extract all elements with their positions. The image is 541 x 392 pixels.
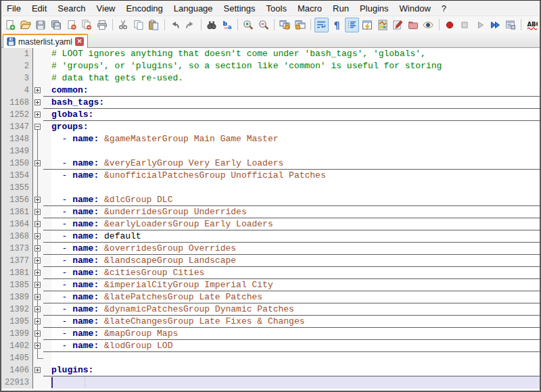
fold-toggle-icon[interactable] <box>34 124 41 130</box>
line-number[interactable]: 1350 <box>1 157 33 170</box>
fold-margin[interactable] <box>33 48 51 60</box>
code-text[interactable]: # LOOT ignores anything that doesn't com… <box>51 48 540 60</box>
fold-toggle-icon[interactable] <box>34 343 41 349</box>
menu-window[interactable]: Window <box>394 1 436 16</box>
fold-margin[interactable] <box>33 109 51 121</box>
toolbar-find-button[interactable] <box>205 18 219 32</box>
line-number[interactable]: 1354 <box>1 170 33 182</box>
fold-margin[interactable] <box>33 316 51 328</box>
menu-encoding[interactable]: Encoding <box>121 1 168 16</box>
fold-toggle-icon[interactable] <box>34 112 41 118</box>
fold-margin[interactable] <box>33 267 51 279</box>
code-text[interactable] <box>51 352 540 364</box>
line-number[interactable]: 22913 <box>1 376 33 389</box>
toolbar-document-map-button[interactable] <box>375 18 390 32</box>
fold-margin[interactable] <box>33 72 51 84</box>
line-number[interactable]: 1252 <box>1 109 33 121</box>
line-number[interactable]: 1347 <box>1 121 33 133</box>
fold-margin[interactable] <box>33 194 51 206</box>
menu-help[interactable]: ? <box>436 1 452 16</box>
line-number[interactable]: 1364 <box>1 218 33 230</box>
menu-macro[interactable]: Macro <box>292 1 327 16</box>
toolbar-new-file-button[interactable] <box>3 18 18 32</box>
fold-margin[interactable] <box>33 206 51 218</box>
fold-toggle-icon[interactable] <box>34 245 41 251</box>
code-text[interactable]: common: <box>51 84 540 97</box>
fold-margin[interactable] <box>33 84 51 97</box>
line-number[interactable]: 1399 <box>1 328 33 340</box>
fold-margin[interactable] <box>33 303 51 316</box>
toolbar-playback-macro-button[interactable] <box>473 18 488 32</box>
fold-margin[interactable] <box>33 279 51 291</box>
line-number[interactable]: 1381 <box>1 267 33 279</box>
fold-margin[interactable] <box>33 328 51 340</box>
code-text[interactable] <box>51 376 540 389</box>
code-editor[interactable]: 1# LOOT ignores anything that doesn't co… <box>1 48 540 391</box>
toolbar-zoom-out-button[interactable] <box>256 18 270 32</box>
line-number[interactable]: 1385 <box>1 279 33 291</box>
fold-toggle-icon[interactable] <box>34 270 41 276</box>
line-number[interactable]: 1348 <box>1 133 33 145</box>
toolbar-monitoring-eye-button[interactable] <box>421 18 436 32</box>
fold-toggle-icon[interactable] <box>34 233 41 239</box>
fold-margin[interactable] <box>33 121 51 133</box>
fold-margin[interactable] <box>33 133 51 145</box>
code-text[interactable]: # data that gets re-used. <box>51 72 540 84</box>
fold-margin[interactable] <box>33 182 51 194</box>
toolbar-folder-as-workspace-button[interactable] <box>406 18 420 32</box>
code-text[interactable]: - name: &dlcGroup DLC <box>51 194 540 206</box>
fold-toggle-icon[interactable] <box>34 209 41 215</box>
menu-view[interactable]: View <box>91 1 121 16</box>
code-text[interactable]: groups: <box>51 121 540 133</box>
toolbar-document-list-button[interactable] <box>391 18 405 32</box>
menu-edit[interactable]: Edit <box>26 1 52 16</box>
fold-margin[interactable] <box>33 243 51 255</box>
line-number[interactable]: 1402 <box>1 340 33 352</box>
code-text[interactable]: - name: &underridesGroup Underrides <box>51 206 540 218</box>
toolbar-save-file-button[interactable] <box>34 18 48 32</box>
code-text[interactable]: - name: &latePatchesGroup Late Patches <box>51 291 540 303</box>
code-text[interactable] <box>51 145 540 157</box>
menu-search[interactable]: Search <box>52 1 91 16</box>
code-text[interactable] <box>51 182 540 194</box>
menu-file[interactable]: File <box>1 1 26 16</box>
line-number[interactable]: 2 <box>1 60 33 72</box>
toolbar-save-macro-button[interactable] <box>504 18 518 32</box>
menu-language[interactable]: Language <box>168 1 218 16</box>
fold-toggle-icon[interactable] <box>34 282 41 288</box>
line-number[interactable]: 1 <box>1 48 33 60</box>
code-text[interactable]: - name: &mapGroup Maps <box>51 328 540 340</box>
fold-toggle-icon[interactable] <box>34 330 41 337</box>
line-number[interactable]: 1406 <box>1 364 33 376</box>
toolbar-open-file-button[interactable] <box>19 18 33 32</box>
code-text[interactable]: - name: &unofficialPatchesGroup Unoffici… <box>51 170 540 182</box>
menu-tools[interactable]: Tools <box>261 1 292 16</box>
toolbar-paste-button[interactable] <box>147 18 161 32</box>
fold-margin[interactable] <box>33 145 51 157</box>
fold-toggle-icon[interactable] <box>34 367 41 373</box>
line-number[interactable]: 1405 <box>1 352 33 364</box>
fold-toggle-icon[interactable] <box>34 221 41 227</box>
line-number[interactable]: 3 <box>1 72 33 84</box>
code-text[interactable]: - name: &lodGroup LOD <box>51 340 540 352</box>
code-text[interactable]: - name: &overridesGroup Overrides <box>51 243 540 255</box>
fold-margin[interactable] <box>33 218 51 230</box>
code-text[interactable]: globals: <box>51 109 540 121</box>
menu-plugins[interactable]: Plugins <box>354 1 394 16</box>
fold-margin[interactable] <box>33 157 51 170</box>
fold-margin[interactable] <box>33 376 51 389</box>
fold-toggle-icon[interactable] <box>34 294 41 300</box>
fold-toggle-icon[interactable] <box>34 306 41 312</box>
fold-margin[interactable] <box>33 230 51 243</box>
code-text[interactable]: - name: &citiesGroup Cities <box>51 267 540 279</box>
line-number[interactable]: 1168 <box>1 97 33 109</box>
line-number[interactable]: 1355 <box>1 182 33 194</box>
fold-margin[interactable] <box>33 352 51 364</box>
toolbar-print-button[interactable] <box>95 18 109 32</box>
code-text[interactable]: - name: &landscapeGroup Landscape <box>51 255 540 267</box>
fold-margin[interactable] <box>33 340 51 352</box>
toolbar-cut-button[interactable] <box>116 18 131 32</box>
code-text[interactable]: - name: &lateChangesGroup Late Fixes & C… <box>51 316 540 328</box>
fold-toggle-icon[interactable] <box>34 318 41 324</box>
code-text[interactable]: - name: &veryEarlyGroup Very Early Loade… <box>51 157 540 170</box>
